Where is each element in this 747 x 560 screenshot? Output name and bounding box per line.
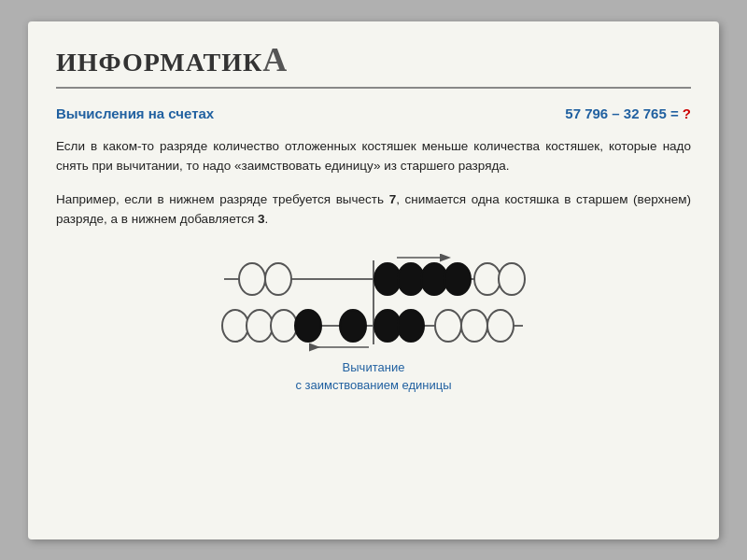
title-row: Вычисления на счетах 57 796 – 32 765 = ?: [56, 105, 691, 121]
slide: ИНФОРМАТИКА Вычисления на счетах 57 796 …: [28, 21, 719, 539]
svg-point-21: [461, 310, 487, 342]
svg-point-6: [265, 263, 291, 295]
svg-point-13: [222, 310, 248, 342]
abacus-illustration: [215, 246, 532, 358]
svg-point-12: [499, 263, 525, 295]
paragraph1: Если в каком-то разряде количество отлож…: [56, 136, 691, 176]
section-title: Вычисления на счетах: [56, 105, 214, 121]
svg-point-9: [421, 263, 447, 295]
svg-point-20: [435, 310, 461, 342]
equation: 57 796 – 32 765 = ?: [565, 105, 691, 121]
svg-point-17: [340, 310, 366, 342]
caption-line1: Вычитание: [295, 358, 451, 377]
svg-point-7: [374, 263, 401, 295]
svg-point-10: [444, 263, 471, 295]
logo-a: А: [262, 41, 288, 78]
svg-point-5: [239, 263, 265, 295]
abacus-section: Вычитание с заимствованием единицы: [56, 246, 691, 395]
svg-point-11: [474, 263, 500, 295]
logo-main: ИНФОРМАТИК: [56, 48, 262, 77]
svg-point-16: [295, 310, 321, 342]
para2-bold2: 3: [258, 212, 265, 226]
svg-point-18: [374, 310, 401, 342]
equation-question: ?: [683, 105, 691, 121]
svg-point-19: [398, 310, 424, 342]
para2-end: .: [265, 212, 269, 226]
header: ИНФОРМАТИКА: [56, 40, 691, 89]
svg-point-22: [487, 310, 514, 342]
logo: ИНФОРМАТИКА: [56, 40, 288, 79]
svg-point-14: [247, 310, 273, 342]
para2-start: Например, если в нижнем разряде требуетс…: [56, 192, 389, 206]
abacus-caption: Вычитание с заимствованием единицы: [295, 358, 451, 395]
caption-line2: с заимствованием единицы: [295, 376, 451, 395]
svg-point-15: [271, 310, 297, 342]
equation-main: 57 796 – 32 765 =: [565, 105, 683, 121]
paragraph2: Например, если в нижнем разряде требуетс…: [56, 189, 691, 230]
svg-point-8: [398, 263, 424, 295]
